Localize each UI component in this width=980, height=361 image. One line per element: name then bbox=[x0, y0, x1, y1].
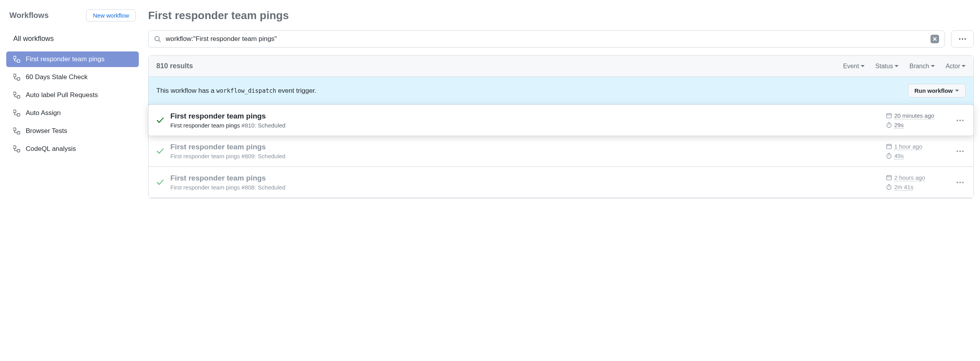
close-icon bbox=[932, 37, 937, 41]
filter-branch[interactable]: Branch bbox=[909, 63, 935, 70]
workflow-icon bbox=[13, 74, 20, 81]
workflow-icon bbox=[13, 110, 20, 117]
sidebar-item[interactable]: 60 Days Stale Check bbox=[6, 69, 139, 85]
svg-rect-10 bbox=[13, 146, 16, 149]
sidebar-item-label: Auto label Pull Requests bbox=[26, 91, 98, 99]
run-subtitle: First responder team pings #810: Schedul… bbox=[170, 122, 880, 129]
search-icon bbox=[154, 35, 161, 42]
run-subtitle: First responder team pings #809: Schedul… bbox=[170, 153, 880, 159]
svg-point-47 bbox=[959, 182, 961, 183]
filter-status[interactable]: Status bbox=[876, 63, 899, 70]
new-workflow-button[interactable]: New workflow bbox=[86, 9, 136, 21]
kebab-icon bbox=[956, 119, 964, 122]
run-time: 1 hour ago bbox=[886, 143, 922, 150]
run-subtitle: First responder team pings #808: Schedul… bbox=[170, 184, 880, 191]
svg-point-38 bbox=[962, 150, 964, 152]
clear-search-button[interactable] bbox=[930, 35, 939, 43]
calendar-icon bbox=[886, 143, 892, 149]
svg-rect-6 bbox=[13, 110, 16, 113]
sidebar: Workflows New workflow All workflows Fir… bbox=[6, 9, 139, 198]
run-workflow-button[interactable]: Run workflow bbox=[908, 84, 966, 97]
run-meta: 1 hour ago 49s bbox=[886, 143, 948, 159]
svg-rect-7 bbox=[17, 113, 20, 116]
stopwatch-icon bbox=[886, 122, 892, 128]
svg-point-16 bbox=[959, 38, 961, 40]
run-more-button[interactable] bbox=[955, 118, 966, 123]
run-title: First responder team pings bbox=[170, 174, 880, 182]
svg-point-17 bbox=[962, 38, 963, 40]
svg-rect-0 bbox=[13, 56, 16, 59]
check-icon bbox=[156, 179, 164, 186]
svg-point-27 bbox=[959, 120, 961, 121]
run-row[interactable]: First responder team pings First respond… bbox=[149, 136, 973, 167]
svg-point-46 bbox=[957, 182, 958, 183]
svg-rect-8 bbox=[13, 128, 16, 131]
run-duration: 49s bbox=[886, 152, 904, 159]
kebab-icon bbox=[956, 150, 964, 152]
workflow-icon bbox=[13, 56, 20, 63]
calendar-icon bbox=[886, 175, 892, 180]
results-count: 810 results bbox=[156, 62, 193, 70]
filters: Event Status Branch Actor bbox=[843, 63, 966, 70]
run-duration: 29s bbox=[886, 122, 904, 129]
svg-point-48 bbox=[962, 182, 964, 183]
svg-rect-39 bbox=[886, 175, 891, 180]
dispatch-banner: This workflow has a workflow_dispatch ev… bbox=[149, 77, 973, 105]
sidebar-item[interactable]: CodeQL analysis bbox=[6, 141, 139, 157]
svg-rect-2 bbox=[13, 74, 16, 77]
sidebar-item-label: CodeQL analysis bbox=[26, 145, 76, 153]
check-icon bbox=[156, 117, 164, 124]
stopwatch-icon bbox=[886, 153, 892, 159]
svg-rect-9 bbox=[17, 131, 20, 134]
results-header: 810 results Event Status Branch Actor bbox=[149, 56, 973, 77]
sidebar-item[interactable]: Auto label Pull Requests bbox=[6, 87, 139, 103]
run-more-button[interactable] bbox=[955, 149, 966, 154]
workflow-icon bbox=[13, 145, 20, 152]
svg-point-28 bbox=[962, 120, 964, 121]
calendar-icon bbox=[886, 113, 892, 119]
search-input[interactable] bbox=[166, 35, 926, 43]
results-panel: 810 results Event Status Branch Actor Th… bbox=[148, 55, 974, 198]
caret-down-icon bbox=[931, 65, 935, 67]
svg-rect-11 bbox=[17, 149, 20, 152]
kebab-icon bbox=[959, 38, 966, 40]
svg-rect-19 bbox=[886, 113, 891, 118]
caret-down-icon bbox=[861, 65, 865, 67]
run-duration: 2m 41s bbox=[886, 184, 913, 191]
run-info: First responder team pings First respond… bbox=[170, 174, 880, 191]
sidebar-item[interactable]: Auto Assign bbox=[6, 105, 139, 121]
run-row[interactable]: First responder team pings First respond… bbox=[148, 104, 974, 136]
run-info: First responder team pings First respond… bbox=[170, 143, 880, 159]
svg-point-12 bbox=[155, 36, 159, 41]
svg-rect-5 bbox=[17, 96, 20, 98]
sidebar-item[interactable]: First responder team pings bbox=[6, 51, 139, 67]
more-options-button[interactable] bbox=[951, 30, 974, 48]
search-row bbox=[148, 30, 974, 48]
sidebar-item[interactable]: Browser Tests bbox=[6, 123, 139, 139]
check-icon bbox=[156, 147, 164, 155]
caret-down-icon bbox=[895, 65, 899, 67]
run-row[interactable]: First responder team pings First respond… bbox=[149, 167, 973, 198]
svg-rect-3 bbox=[17, 78, 20, 80]
run-meta: 20 minutes ago 29s bbox=[886, 112, 948, 129]
run-more-button[interactable] bbox=[955, 180, 966, 185]
stopwatch-icon bbox=[886, 184, 892, 190]
sidebar-header: Workflows New workflow bbox=[6, 9, 139, 21]
main-content: First responder team pings 810 results E… bbox=[148, 9, 974, 198]
workflow-icon bbox=[13, 127, 20, 134]
run-title: First responder team pings bbox=[170, 112, 880, 120]
svg-point-18 bbox=[964, 38, 966, 40]
filter-event[interactable]: Event bbox=[843, 63, 865, 70]
svg-point-36 bbox=[957, 150, 958, 152]
run-title: First responder team pings bbox=[170, 143, 880, 151]
caret-down-icon bbox=[962, 65, 966, 67]
run-time: 20 minutes ago bbox=[886, 112, 934, 119]
svg-rect-1 bbox=[17, 60, 20, 62]
run-meta: 2 hours ago 2m 41s bbox=[886, 174, 948, 191]
filter-actor[interactable]: Actor bbox=[946, 63, 966, 70]
sidebar-all-workflows[interactable]: All workflows bbox=[6, 31, 139, 47]
sidebar-item-label: 60 Days Stale Check bbox=[26, 73, 88, 81]
search-box[interactable] bbox=[148, 30, 945, 48]
sidebar-item-label: First responder team pings bbox=[26, 55, 104, 63]
run-info: First responder team pings First respond… bbox=[170, 112, 880, 129]
